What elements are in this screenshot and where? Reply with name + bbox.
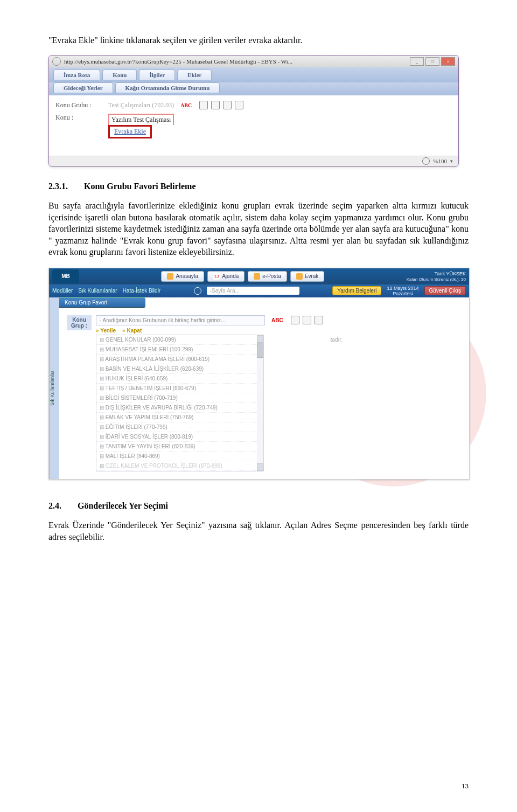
spellcheck-icon-2[interactable]: ABC bbox=[271, 317, 283, 323]
tool-icon-3[interactable] bbox=[223, 101, 232, 109]
tool-icon-4[interactable] bbox=[235, 101, 243, 109]
tab-imza-rota[interactable]: İmza Rota bbox=[53, 70, 100, 80]
app-topbar: MB Anasayfa 13Ajanda e-Posta Evrak Tarık… bbox=[49, 268, 469, 284]
user-name: Tarık YÜKSEK bbox=[407, 271, 466, 277]
list-close[interactable]: Kapat bbox=[122, 328, 142, 334]
topbtn-evrak[interactable]: Evrak bbox=[290, 271, 325, 282]
tree-item[interactable]: EMLAK VE YAPIM İŞLERİ (750-769) bbox=[96, 413, 263, 422]
tab-row-1: İmza Rota Konu İlgiler Ekler bbox=[49, 67, 458, 82]
section-231-number: 2.3.1. bbox=[48, 182, 68, 191]
zoom-icon[interactable] bbox=[422, 157, 430, 165]
close-button[interactable]: × bbox=[441, 57, 455, 66]
tree-item[interactable]: TANITIM VE YAYIN İŞLERİ (820-839) bbox=[96, 442, 263, 452]
konu-grup-label: Konu Grup : bbox=[67, 315, 92, 330]
tree-item[interactable]: MALİ İŞLER (840-869) bbox=[96, 452, 263, 461]
breadcrumb: Konu Grup Favori bbox=[59, 297, 145, 308]
search-icon bbox=[194, 287, 201, 295]
tree-item[interactable]: TEFTİŞ / DENETİM İŞLERİ (660-679) bbox=[96, 384, 263, 393]
logout-button[interactable]: Güvenli Çıkış bbox=[424, 286, 466, 295]
konu-grubu-label: Konu Grubu : bbox=[55, 101, 105, 109]
mail-icon bbox=[254, 273, 260, 280]
date-line2: Pazartesi bbox=[387, 291, 418, 296]
tab-row-2: Gideceği Yerler Kağıt Ortamında Gitme Du… bbox=[49, 82, 458, 95]
screenshot-window-2: MB Anasayfa 13Ajanda e-Posta Evrak Tarık… bbox=[48, 268, 470, 480]
tree-item[interactable]: DIŞ İLİŞKİLER VE AVRUPA BİRLİĞİ (720-749… bbox=[96, 403, 263, 413]
window-title: http://ebys.muhasebat.gov.tr/?konuGrupKe… bbox=[64, 58, 407, 65]
intro-paragraph: "Evraka Ekle" linkine tıklanarak seçilen… bbox=[48, 36, 469, 45]
konu-grubu-value: Test Çalışmaları (702.03) bbox=[108, 101, 174, 109]
tree-item[interactable]: MUHASEBAT İŞLEMLERİ (100-299) bbox=[96, 345, 263, 355]
tree-item[interactable]: BASIN VE HALKLA İLİŞKİLER (620-639) bbox=[96, 364, 263, 374]
konu-input[interactable]: Yazılım Test Çalışması bbox=[108, 114, 174, 125]
maximize-button[interactable]: □ bbox=[425, 57, 439, 66]
tool-icon-c[interactable] bbox=[315, 316, 323, 324]
tree-scrollbar[interactable] bbox=[257, 335, 263, 471]
tab-ilgiler[interactable]: İlgiler bbox=[139, 70, 175, 80]
page-search-input[interactable]: -Sayfa Ara... bbox=[207, 287, 299, 295]
tree-item[interactable]: BİLGİ SİSTEMLERİ (700-719) bbox=[96, 393, 263, 403]
konu-label: Konu : bbox=[55, 114, 105, 122]
tree-item[interactable]: HUKUK İŞLERİ (640-659) bbox=[96, 374, 263, 384]
nav-hata-istek[interactable]: Hata-İstek Bildir bbox=[123, 288, 161, 294]
spellcheck-icon[interactable]: ABC bbox=[180, 102, 192, 108]
tool-icon-b[interactable] bbox=[303, 316, 311, 324]
window-titlebar: http://ebys.muhasebat.gov.tr/?konuGrupKe… bbox=[49, 55, 458, 67]
tab-ekler[interactable]: Ekler bbox=[177, 70, 212, 80]
list-refresh[interactable]: Yenile bbox=[96, 328, 116, 334]
document-icon bbox=[296, 273, 303, 280]
tree-item[interactable]: EĞİTİM İŞLERİ (770-799) bbox=[96, 422, 263, 432]
globe-icon bbox=[52, 57, 61, 66]
scroll-up-icon[interactable] bbox=[257, 335, 263, 343]
tool-icon-1[interactable] bbox=[199, 101, 208, 109]
app-subbar: Modüller Sık Kullanılanlar Hata-İstek Bi… bbox=[49, 284, 469, 297]
section-24-number: 2.4. bbox=[48, 501, 61, 510]
page-number: 13 bbox=[462, 782, 469, 790]
konu-grup-search[interactable]: - Aradığınız Konu Grubunun ilk birkaç ha… bbox=[96, 315, 265, 325]
scroll-thumb[interactable] bbox=[257, 343, 263, 358]
tool-icon-a[interactable] bbox=[291, 316, 299, 324]
konu-grup-tree: GENEL KONULAR (000-099) MUHASEBAT İŞLEML… bbox=[96, 335, 264, 471]
truncated-text: tadır. bbox=[331, 315, 343, 343]
tool-icon-2[interactable] bbox=[211, 101, 220, 109]
help-button[interactable]: Yardım Belgeleri bbox=[332, 286, 381, 295]
window-body: Konu Grubu : Test Çalışmaları (702.03) A… bbox=[49, 95, 458, 156]
tree-item[interactable]: GENEL KONULAR (000-099) bbox=[96, 335, 263, 345]
app-logo: MB bbox=[52, 269, 79, 283]
nav-moduller[interactable]: Modüller bbox=[52, 288, 73, 294]
topbtn-ajanda[interactable]: 13Ajanda bbox=[207, 271, 244, 282]
session-remaining: Kalan Oturum Süreniz (dk.): 30 bbox=[407, 277, 466, 282]
topbtn-anasayfa[interactable]: Anasayfa bbox=[161, 271, 204, 282]
tree-item[interactable]: ARAŞTIRMA PLANLAMA İŞLERİ (600-619) bbox=[96, 355, 263, 364]
home-icon bbox=[167, 273, 173, 280]
evraka-ekle-link[interactable]: Evraka Ekle bbox=[108, 125, 152, 138]
topbtn-eposta[interactable]: e-Posta bbox=[248, 271, 287, 282]
date-line1: 12 Mayıs 2014 bbox=[387, 286, 418, 291]
zoom-value: %100 bbox=[433, 158, 447, 164]
section-231-title: Konu Grubu Favori Belirleme bbox=[84, 182, 196, 191]
minimize-button[interactable]: _ bbox=[410, 57, 424, 66]
sidebar-favorites[interactable]: Sık Kullanılanlar bbox=[49, 297, 59, 479]
tab-gidecegi-yerler[interactable]: Gideceği Yerler bbox=[53, 82, 113, 93]
calendar-icon: 13 bbox=[213, 273, 220, 280]
section-24-title: Gönderilecek Yer Seçimi bbox=[78, 501, 168, 510]
screenshot-window-1: http://ebys.muhasebat.gov.tr/?konuGrupKe… bbox=[48, 55, 459, 166]
tree-item[interactable]: ÖZEL KALEM VE PROTOKOL İŞLERİ (870-899) bbox=[96, 461, 263, 471]
nav-sik-kullanilanlar[interactable]: Sık Kullanılanlar bbox=[78, 288, 117, 294]
scroll-down-icon[interactable] bbox=[257, 463, 263, 471]
tree-item[interactable]: İDARİ VE SOSYAL İŞLER (800-819) bbox=[96, 432, 263, 442]
tab-kagit-ortaminda[interactable]: Kağıt Ortamında Gitme Durumu bbox=[115, 82, 220, 93]
section-24-paragraph: Evrak Üzerinde "Gönderilecek Yer Seçiniz… bbox=[48, 519, 469, 543]
tab-konu[interactable]: Konu bbox=[102, 70, 137, 80]
zoom-dropdown-icon[interactable]: ▾ bbox=[450, 158, 453, 164]
section-231-paragraph: Bu sayfa aracılığıyla favorilerinize ekl… bbox=[48, 200, 469, 258]
status-bar: %100 ▾ bbox=[49, 156, 458, 166]
